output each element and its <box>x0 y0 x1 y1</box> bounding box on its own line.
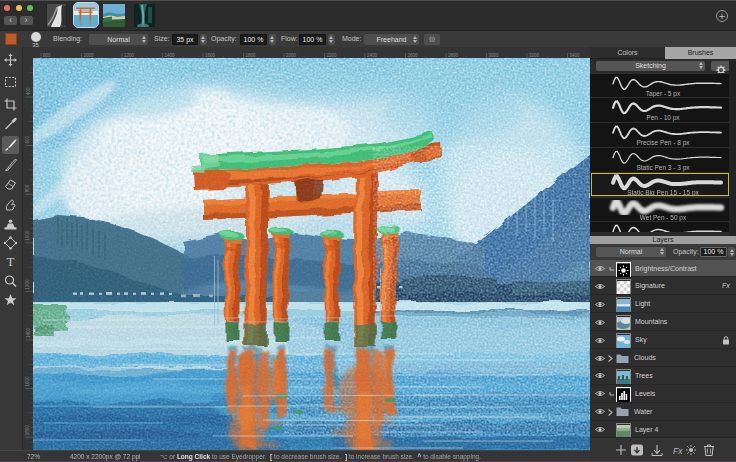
svg-text:800: 800 <box>26 184 31 192</box>
svg-text:1600: 1600 <box>26 376 31 387</box>
svg-text:Fx: Fx <box>673 446 683 456</box>
svg-text:400: 400 <box>26 87 31 95</box>
svg-text:1000: 1000 <box>26 230 31 241</box>
svg-text:1800: 1800 <box>26 425 31 436</box>
svg-text:1200: 1200 <box>26 279 31 290</box>
svg-text:1400: 1400 <box>26 327 31 338</box>
svg-text:600: 600 <box>26 136 31 144</box>
svg-text:T: T <box>7 254 15 269</box>
